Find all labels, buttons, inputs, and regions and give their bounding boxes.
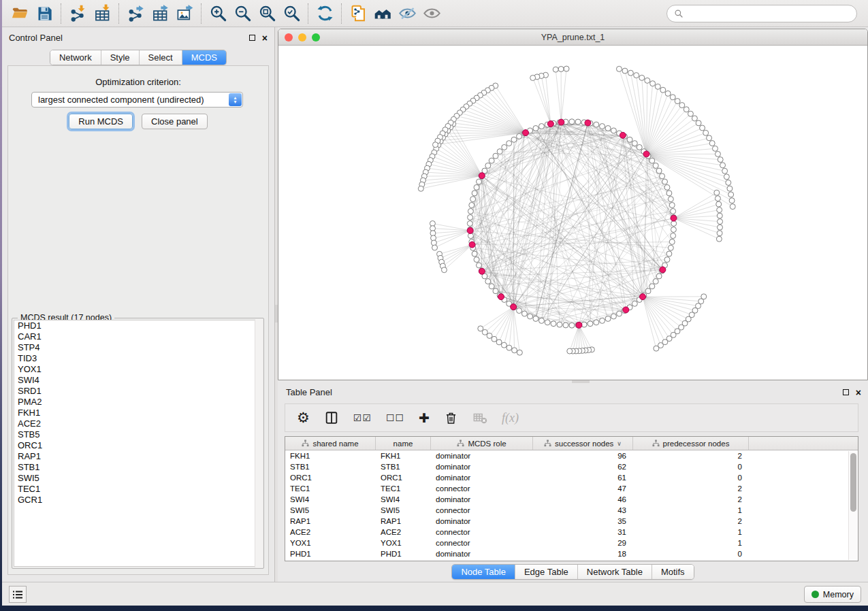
column-header-name[interactable]: name — [376, 437, 431, 450]
table-cell: PHD1 — [376, 548, 431, 559]
duplicate-network-icon — [349, 4, 368, 22]
column-header-successor-nodes[interactable]: successor nodes ∨ — [533, 437, 633, 450]
table-cell: ACE2 — [285, 527, 376, 538]
zoom-out-button[interactable] — [230, 2, 255, 25]
table-scrollbar[interactable] — [848, 451, 857, 560]
table-cell: ORC1 — [376, 472, 431, 483]
network-window-titlebar[interactable]: YPA_prune.txt_1 — [278, 29, 867, 46]
column-header-shared-name[interactable]: shared name — [285, 437, 376, 450]
refresh-button[interactable] — [312, 2, 337, 25]
table-cell: dominator — [431, 548, 533, 559]
table-cell: connector — [431, 483, 533, 494]
shared-column-icon — [652, 440, 660, 447]
search-field[interactable] — [666, 5, 857, 22]
mcds-result-item[interactable]: PMA2 — [14, 397, 261, 408]
show-eye-button[interactable] — [419, 2, 444, 25]
node-table: shared name name MCDS role successor nod… — [285, 436, 858, 561]
table-row[interactable]: ACE2ACE2connector311 — [285, 527, 858, 538]
table-row[interactable]: STB1STB1dominator620 — [285, 461, 858, 472]
import-network-button[interactable] — [65, 2, 90, 25]
table-row[interactable]: TEC1TEC1connector472 — [285, 483, 858, 494]
table-cell: ORC1 — [285, 472, 376, 483]
mcds-result-item[interactable]: STB5 — [14, 429, 261, 440]
mcds-result-item[interactable]: TEC1 — [14, 484, 261, 495]
column-header-predecessor-nodes[interactable]: predecessor nodes — [633, 437, 749, 450]
mcds-list-scrollbar[interactable] — [255, 319, 263, 567]
mcds-result-item[interactable]: TID3 — [14, 353, 261, 364]
open-session-button[interactable] — [7, 2, 32, 25]
mcds-result-item[interactable]: ACE2 — [14, 418, 261, 429]
mcds-result-item[interactable]: SRD1 — [14, 386, 261, 397]
table-row[interactable]: FKH1FKH1dominator962 — [285, 450, 858, 461]
mcds-result-item[interactable]: ORC1 — [14, 440, 261, 451]
task-history-button[interactable] — [9, 586, 27, 603]
table-cell: 29 — [533, 538, 633, 548]
tab-edge-table[interactable]: Edge Table — [515, 565, 578, 579]
save-session-button[interactable] — [32, 2, 57, 25]
table-cell: 1 — [633, 527, 749, 538]
table-row[interactable]: YOX1YOX1connector291 — [285, 538, 858, 548]
tab-network[interactable]: Network — [50, 50, 101, 65]
dropdown-stepper-icon: ▲▼ — [229, 93, 242, 106]
toolbar-separator — [118, 3, 119, 24]
import-table-button[interactable] — [90, 2, 114, 25]
mcds-result-item[interactable]: STB1 — [14, 462, 261, 473]
table-cell: SWI4 — [285, 494, 376, 505]
close-panel-button[interactable]: Close panel — [142, 114, 208, 129]
export-table-icon — [151, 4, 170, 22]
mcds-result-item[interactable]: SWI5 — [14, 473, 261, 484]
select-all-checkboxes-icon[interactable]: ☑☑ — [353, 412, 372, 423]
table-settings-gear-icon[interactable]: ⚙ — [297, 410, 310, 426]
delete-column-trash-icon[interactable] — [444, 411, 458, 425]
deselect-all-checkboxes-icon[interactable]: ☐☐ — [386, 412, 404, 423]
table-cell: dominator — [431, 516, 533, 527]
close-table-panel-icon[interactable]: × — [856, 389, 861, 396]
float-table-panel-button[interactable] — [843, 389, 849, 395]
mcds-result-item[interactable]: SWI4 — [14, 375, 261, 386]
run-mcds-button[interactable]: Run MCDS — [69, 114, 133, 129]
mcds-result-item[interactable]: GCR1 — [14, 495, 261, 506]
tab-motifs[interactable]: Motifs — [652, 565, 694, 579]
tab-network-table[interactable]: Network Table — [578, 565, 652, 579]
network-graph[interactable] — [278, 46, 867, 380]
column-header-mcds-role[interactable]: MCDS role — [431, 437, 533, 450]
table-row[interactable]: SWI5SWI5connector431 — [285, 505, 858, 516]
duplicate-network-button[interactable] — [346, 2, 370, 25]
mcds-result-item[interactable]: STP4 — [14, 342, 261, 353]
tab-style[interactable]: Style — [101, 50, 140, 65]
table-cell: 2 — [633, 516, 749, 527]
zoom-in-button[interactable] — [206, 2, 230, 25]
network-canvas[interactable] — [278, 46, 867, 380]
table-row[interactable]: PHD1PHD1dominator180 — [285, 548, 858, 559]
houses-icon — [374, 4, 392, 22]
float-panel-button[interactable] — [249, 35, 255, 41]
zoom-fit-button[interactable] — [255, 2, 279, 25]
mcds-result-item[interactable]: RAP1 — [14, 451, 261, 462]
mcds-result-item[interactable]: PHD1 — [14, 320, 261, 331]
hide-eye-button[interactable] — [395, 2, 419, 25]
table-row[interactable]: ORC1ORC1dominator610 — [285, 472, 858, 483]
memory-button[interactable]: Memory — [804, 586, 861, 603]
table-row[interactable]: SWI4SWI4dominator462 — [285, 494, 858, 505]
table-cell: dominator — [431, 472, 533, 483]
toolbar-separator — [61, 3, 61, 24]
mcds-result-item[interactable]: CAR1 — [14, 331, 261, 342]
mcds-result-item[interactable]: YOX1 — [14, 364, 261, 375]
mcds-result-item[interactable]: FKH1 — [14, 408, 261, 418]
zoom-selected-button[interactable] — [279, 2, 304, 25]
optimization-criterion-dropdown[interactable]: largest connected component (undirected)… — [31, 92, 243, 108]
export-image-button[interactable] — [172, 2, 197, 25]
export-network-button[interactable] — [123, 2, 148, 25]
tab-select[interactable]: Select — [140, 50, 182, 65]
search-input[interactable] — [688, 9, 850, 19]
table-row[interactable]: RAP1RAP1dominator352 — [285, 516, 858, 527]
close-panel-icon[interactable]: × — [262, 35, 268, 42]
houses-button[interactable] — [370, 2, 395, 25]
add-column-icon[interactable]: ✚ — [419, 410, 430, 425]
tab-mcds[interactable]: MCDS — [182, 50, 226, 65]
tab-node-table[interactable]: Node Table — [452, 565, 515, 579]
zoom-selected-icon — [283, 4, 301, 22]
table-scrollbar-thumb[interactable] — [850, 453, 856, 512]
show-columns-icon[interactable] — [324, 410, 339, 425]
export-table-button[interactable] — [148, 2, 172, 25]
